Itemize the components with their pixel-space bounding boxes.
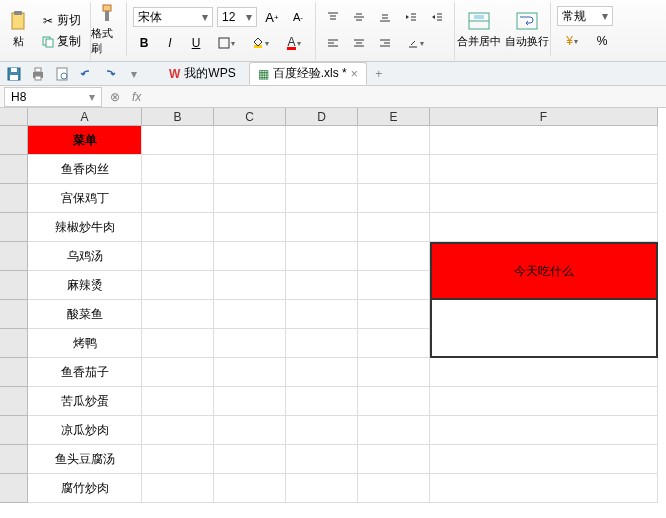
cut-button[interactable]: ✂剪切 (38, 11, 84, 30)
cell[interactable]: 宫保鸡丁 (28, 184, 142, 213)
row-header[interactable] (0, 155, 28, 184)
increase-font-button[interactable]: A+ (261, 6, 283, 28)
cell[interactable] (430, 126, 658, 155)
align-top-button[interactable] (322, 6, 344, 28)
percent-button[interactable]: % (591, 30, 613, 52)
col-header-c[interactable]: C (214, 108, 286, 126)
print-icon[interactable] (30, 66, 46, 82)
preview-icon[interactable] (54, 66, 70, 82)
cell[interactable] (358, 184, 430, 213)
cell[interactable] (286, 474, 358, 503)
align-bottom-button[interactable] (374, 6, 396, 28)
cell-question-red[interactable]: 今天吃什么 (430, 242, 658, 300)
cell[interactable]: 烤鸭 (28, 329, 142, 358)
tab-wps-home[interactable]: W我的WPS (160, 62, 245, 85)
cell[interactable] (286, 387, 358, 416)
format-painter-button[interactable]: 格式刷 (91, 2, 127, 56)
cell[interactable] (214, 474, 286, 503)
number-format-select[interactable]: 常规▾ (557, 6, 613, 26)
cell[interactable] (142, 416, 214, 445)
paste-button[interactable]: 粘 (0, 2, 36, 56)
cell[interactable] (358, 126, 430, 155)
cell[interactable] (358, 329, 430, 358)
cell[interactable]: 鱼香茄子 (28, 358, 142, 387)
add-tab-icon[interactable]: + (371, 66, 387, 82)
cell[interactable]: 腐竹炒肉 (28, 474, 142, 503)
increase-indent-button[interactable] (426, 6, 448, 28)
cell[interactable] (430, 474, 658, 503)
undo-icon[interactable] (78, 66, 94, 82)
cell[interactable] (214, 300, 286, 329)
fx-label[interactable]: fx (124, 90, 149, 104)
cell[interactable] (358, 213, 430, 242)
col-header-a[interactable]: A (28, 108, 142, 126)
bold-button[interactable]: B (133, 32, 155, 54)
cell[interactable] (142, 358, 214, 387)
row-header[interactable] (0, 126, 28, 155)
align-left-button[interactable] (322, 32, 344, 54)
col-header-d[interactable]: D (286, 108, 358, 126)
cell[interactable] (214, 387, 286, 416)
chevron-down-icon[interactable]: ▾ (126, 66, 142, 82)
cell[interactable]: 鱼头豆腐汤 (28, 445, 142, 474)
align-middle-button[interactable] (348, 6, 370, 28)
col-header-f[interactable]: F (430, 108, 658, 126)
cell[interactable] (430, 155, 658, 184)
cell-question-below[interactable] (430, 300, 658, 358)
cell[interactable]: 辣椒炒牛肉 (28, 213, 142, 242)
align-right-button[interactable] (374, 32, 396, 54)
font-name-select[interactable]: 宋体▾ (133, 7, 213, 27)
font-size-select[interactable]: 12▾ (217, 7, 257, 27)
row-header[interactable] (0, 242, 28, 271)
auto-wrap-button[interactable]: 自动换行 (503, 2, 551, 56)
cell[interactable] (214, 155, 286, 184)
copy-button[interactable]: 复制 (38, 32, 84, 51)
cell[interactable] (358, 416, 430, 445)
cell[interactable] (286, 213, 358, 242)
cell[interactable] (286, 416, 358, 445)
cell[interactable]: 菜单 (28, 126, 142, 155)
cell[interactable] (430, 416, 658, 445)
decrease-indent-button[interactable] (400, 6, 422, 28)
row-header[interactable] (0, 329, 28, 358)
cell[interactable] (286, 271, 358, 300)
underline-button[interactable]: U (185, 32, 207, 54)
italic-button[interactable]: I (159, 32, 181, 54)
cell[interactable] (286, 358, 358, 387)
decrease-font-button[interactable]: A- (287, 6, 309, 28)
cell[interactable] (142, 445, 214, 474)
border-button[interactable]: ▾ (211, 32, 241, 54)
cell[interactable]: 苦瓜炒蛋 (28, 387, 142, 416)
cell[interactable] (430, 184, 658, 213)
col-header-e[interactable]: E (358, 108, 430, 126)
cell[interactable] (142, 387, 214, 416)
cell[interactable] (358, 242, 430, 271)
cell[interactable] (286, 126, 358, 155)
redo-icon[interactable] (102, 66, 118, 82)
cell[interactable] (142, 184, 214, 213)
cell[interactable] (142, 329, 214, 358)
align-center-button[interactable] (348, 32, 370, 54)
cell[interactable] (430, 358, 658, 387)
cell[interactable]: 鱼香肉丝 (28, 155, 142, 184)
merge-center-button[interactable]: 合并居中 (455, 2, 503, 56)
cell[interactable] (358, 445, 430, 474)
col-header-b[interactable]: B (142, 108, 214, 126)
row-header[interactable] (0, 213, 28, 242)
cell[interactable] (214, 445, 286, 474)
cell[interactable]: 酸菜鱼 (28, 300, 142, 329)
fx-cancel-icon[interactable]: ⊗ (106, 88, 124, 106)
row-header[interactable] (0, 474, 28, 503)
cell[interactable] (214, 416, 286, 445)
row-header[interactable] (0, 300, 28, 329)
cell[interactable] (286, 184, 358, 213)
fill-color-button[interactable]: ▾ (245, 32, 275, 54)
cell[interactable] (142, 213, 214, 242)
cell[interactable]: 凉瓜炒肉 (28, 416, 142, 445)
cell[interactable]: 麻辣烫 (28, 271, 142, 300)
cell[interactable] (214, 242, 286, 271)
cell[interactable] (142, 126, 214, 155)
cell[interactable] (142, 474, 214, 503)
tab-document[interactable]: ▦百度经验.xls *× (249, 62, 367, 85)
cell[interactable] (430, 445, 658, 474)
